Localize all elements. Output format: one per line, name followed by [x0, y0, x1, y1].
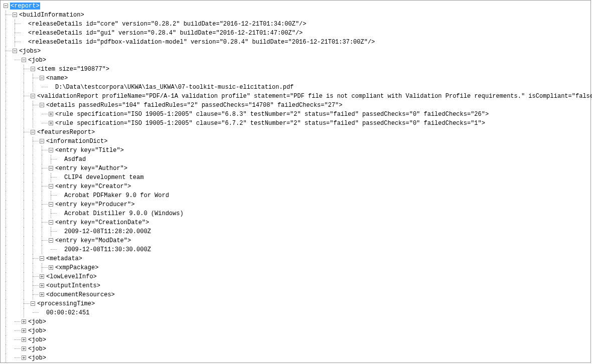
collapse-icon[interactable] [13, 13, 17, 17]
expand-icon[interactable] [49, 121, 53, 125]
tree-row[interactable]: <entry key="Author"> [1, 164, 590, 173]
tree-row[interactable]: <informationDict> [1, 137, 590, 146]
expand-icon[interactable] [22, 328, 26, 333]
node-text[interactable]: <validationReport profileName="PDF/A-1A … [37, 93, 592, 100]
node-text[interactable]: <job> [28, 345, 46, 352]
collapse-icon[interactable] [40, 76, 44, 80]
tree-row[interactable]: <documentResources> [1, 290, 590, 299]
node-text[interactable]: <job> [28, 354, 46, 361]
node-text[interactable]: <featuresReport> [37, 129, 95, 136]
collapse-icon[interactable] [31, 94, 35, 98]
tree-row[interactable]: <releaseDetails id="gui" version="0.28.4… [1, 29, 590, 38]
tree-row[interactable]: <jobs> [1, 47, 590, 56]
expand-icon[interactable] [22, 355, 26, 360]
tree-row[interactable]: <outputIntents> [1, 281, 590, 290]
tree-row[interactable]: <rule specification="ISO 19005-1:2005" c… [1, 119, 590, 128]
node-text[interactable]: <releaseDetails id="core" version="0.28.… [28, 21, 307, 28]
node-text[interactable]: <entry key="ModDate"> [55, 237, 131, 244]
node-text[interactable]: <metadata> [46, 255, 82, 262]
node-text[interactable]: CLIP4 development team [64, 174, 143, 181]
expand-icon[interactable] [22, 319, 26, 324]
tree-row[interactable]: <report> [1, 2, 590, 11]
node-text[interactable]: 2009-12-08T11:28:20.000Z [64, 228, 151, 235]
tree-row[interactable]: <details passedRules="104" failedRules="… [1, 101, 590, 110]
node-text[interactable]: <buildInformation> [19, 12, 84, 19]
tree-row[interactable]: Acrobat Distiller 9.0.0 (Windows) [1, 209, 590, 218]
tree-row[interactable]: <processingTime> [1, 299, 590, 308]
node-text[interactable]: Acrobat PDFMaker 9.0 for Word [64, 192, 169, 199]
tree-row[interactable]: <job> [1, 344, 590, 353]
collapse-icon[interactable] [40, 256, 44, 261]
tree-row[interactable]: <entry key="Producer"> [1, 200, 590, 209]
tree-row[interactable]: <releaseDetails id="core" version="0.28.… [1, 20, 590, 29]
tree-row[interactable]: <entry key="Title"> [1, 146, 590, 155]
tree-row[interactable]: Acrobat PDFMaker 9.0 for Word [1, 191, 590, 200]
node-text[interactable]: <entry key="Creator"> [55, 183, 131, 190]
node-text[interactable]: D:\Data\testcorpora\UKWA\1as_UKWA\07-too… [55, 84, 293, 91]
node-text[interactable]: <outputIntents> [46, 282, 100, 289]
node-text[interactable]: <item size="190877"> [37, 66, 109, 73]
node-text[interactable]: <releaseDetails id="gui" version="0.28.4… [28, 30, 303, 37]
node-text[interactable]: <report> [10, 3, 40, 10]
node-text[interactable]: <name> [46, 75, 68, 82]
collapse-icon[interactable] [40, 103, 44, 107]
tree-row[interactable]: <job> [1, 353, 590, 362]
tree-row[interactable]: <entry key="ModDate"> [1, 236, 590, 245]
tree-row[interactable]: <featuresReport> [1, 128, 590, 137]
node-text[interactable]: <job> [28, 327, 46, 334]
node-text[interactable]: <releaseDetails id="pdfbox-validation-mo… [28, 39, 375, 46]
tree-row[interactable]: <item size="190877"> [1, 65, 590, 74]
expand-icon[interactable] [40, 274, 44, 279]
node-text[interactable]: <job> [28, 336, 46, 343]
node-text[interactable]: <entry key="Author"> [55, 165, 127, 172]
collapse-icon[interactable] [31, 301, 35, 306]
tree-row[interactable]: <job> [1, 326, 590, 335]
expand-icon[interactable] [22, 346, 26, 351]
node-text[interactable]: Acrobat Distiller 9.0.0 (Windows) [64, 210, 184, 217]
node-text[interactable]: <documentResources> [46, 291, 115, 298]
tree-row[interactable]: 00:00:02:451 [1, 308, 590, 317]
collapse-icon[interactable] [49, 220, 53, 225]
tree-row[interactable]: 2009-12-08T11:30:30.000Z [1, 245, 590, 254]
tree-row[interactable]: <lowLevelInfo> [1, 272, 590, 281]
tree-row[interactable]: <job> [1, 317, 590, 326]
node-text[interactable]: <job> [28, 57, 46, 64]
node-text[interactable]: <entry key="Title"> [55, 147, 124, 154]
tree-row[interactable]: <entry key="CreationDate"> [1, 218, 590, 227]
node-text[interactable]: <rule specification="ISO 19005-1:2005" c… [55, 120, 485, 127]
node-text[interactable]: <jobs> [19, 48, 41, 55]
node-text[interactable]: <rule specification="ISO 19005-1:2005" c… [55, 111, 489, 118]
tree-row[interactable]: 2009-12-08T11:28:20.000Z [1, 227, 590, 236]
collapse-icon[interactable] [31, 67, 35, 71]
collapse-icon[interactable] [49, 166, 53, 170]
expand-icon[interactable] [40, 292, 44, 297]
node-text[interactable]: <xmpPackage> [55, 264, 98, 271]
tree-row[interactable]: <xmpPackage> [1, 263, 590, 272]
node-text[interactable]: <informationDict> [46, 138, 107, 145]
collapse-icon[interactable] [40, 139, 44, 143]
node-text[interactable]: <details passedRules="104" failedRules="… [46, 102, 343, 109]
collapse-icon[interactable] [13, 49, 17, 53]
expand-icon[interactable] [22, 337, 26, 342]
tree-row[interactable]: <buildInformation> [1, 11, 590, 20]
collapse-icon[interactable] [4, 4, 8, 8]
collapse-icon[interactable] [31, 130, 35, 134]
tree-row[interactable]: <entry key="Creator"> [1, 182, 590, 191]
tree-row[interactable]: <name> [1, 74, 590, 83]
collapse-icon[interactable] [49, 238, 53, 243]
expand-icon[interactable] [49, 265, 53, 270]
tree-row[interactable]: <validationReport profileName="PDF/A-1A … [1, 92, 590, 101]
expand-icon[interactable] [40, 283, 44, 288]
node-text[interactable]: Asdfad [64, 156, 86, 163]
tree-row[interactable]: <releaseDetails id="pdfbox-validation-mo… [1, 38, 590, 47]
tree-row[interactable]: <job> [1, 56, 590, 65]
node-text[interactable]: 00:00:02:451 [46, 309, 89, 316]
tree-row[interactable]: Asdfad [1, 155, 590, 164]
node-text[interactable]: 2009-12-08T11:30:30.000Z [64, 246, 151, 253]
tree-row[interactable]: <rule specification="ISO 19005-1:2005" c… [1, 110, 590, 119]
node-text[interactable]: <lowLevelInfo> [46, 273, 97, 280]
collapse-icon[interactable] [49, 184, 53, 189]
collapse-icon[interactable] [22, 58, 26, 62]
collapse-icon[interactable] [49, 148, 53, 152]
collapse-icon[interactable] [49, 202, 53, 207]
